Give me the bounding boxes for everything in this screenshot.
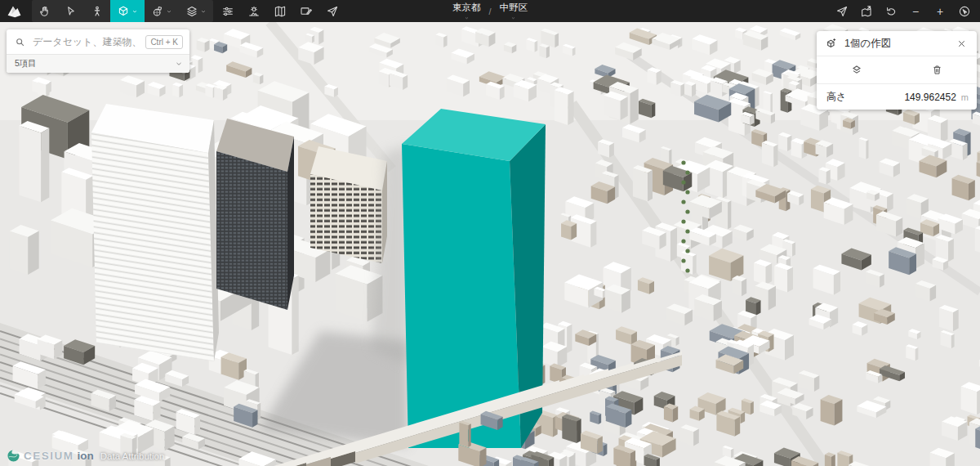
undo-icon xyxy=(884,5,898,18)
chevron-down-icon xyxy=(200,8,207,15)
topbar: 東京都 / 中野区 − + xyxy=(0,0,980,22)
compass-icon xyxy=(958,5,971,18)
story-edit-icon xyxy=(300,5,313,18)
height-property-row: 高さ m xyxy=(817,84,977,110)
height-label: 高さ xyxy=(826,90,898,104)
height-value-input[interactable] xyxy=(898,91,958,104)
layers-tool-button[interactable] xyxy=(179,0,213,22)
plateau-logo-icon xyxy=(7,5,22,18)
sketch-actions xyxy=(817,56,977,84)
search-row: Ctrl + K xyxy=(7,29,189,54)
search-card: Ctrl + K 5項目 xyxy=(7,29,189,73)
undo-view-button[interactable] xyxy=(879,0,903,22)
map-scene-button[interactable] xyxy=(267,0,293,22)
city-label: 中野区 xyxy=(500,3,528,13)
search-icon xyxy=(15,37,25,47)
close-panel-button[interactable] xyxy=(955,37,969,51)
cesium-ion-link[interactable]: CESIUM ion xyxy=(7,449,94,463)
paper-plane-icon xyxy=(835,5,849,18)
tool-group xyxy=(32,0,213,22)
dataset-items-expander[interactable]: 5項目 xyxy=(7,54,189,73)
toolbar-extras xyxy=(215,0,345,22)
map-book-icon xyxy=(274,5,287,18)
cesium-globe-icon xyxy=(7,449,20,463)
app-logo[interactable] xyxy=(0,0,28,22)
chevron-down-icon xyxy=(175,60,183,68)
breadcrumb-separator: / xyxy=(488,7,491,16)
camera-move-button[interactable] xyxy=(854,0,879,22)
sketch-panel-title: 1個の作図 xyxy=(844,37,948,51)
pedestrian-icon xyxy=(91,5,104,18)
shortcut-badge: Ctrl + K xyxy=(145,35,183,49)
prefecture-selector[interactable]: 東京都 xyxy=(452,0,481,23)
share-button[interactable] xyxy=(319,0,345,22)
draw-box-tool-button[interactable] xyxy=(110,0,145,22)
items-summary-label: 5項目 xyxy=(15,58,175,69)
sketch-cube-icon xyxy=(825,37,838,50)
chevron-down-icon xyxy=(464,13,470,23)
delete-sketch-button[interactable] xyxy=(897,56,977,83)
zoom-out-button[interactable]: − xyxy=(903,0,928,22)
hand-tool-button[interactable] xyxy=(32,0,58,22)
globe-sketch-icon xyxy=(151,5,164,18)
cube-icon xyxy=(117,5,130,18)
cesium-ion-text: ion xyxy=(78,450,94,462)
chevron-down-icon xyxy=(131,8,138,15)
paper-plane-icon xyxy=(326,5,339,18)
attribution-bar: CESIUM ion Data Attribution xyxy=(7,449,164,463)
cursor-icon xyxy=(65,5,78,18)
select-tool-button[interactable] xyxy=(58,0,84,22)
story-edit-button[interactable] xyxy=(293,0,319,22)
my-location-button[interactable] xyxy=(830,0,854,22)
chevron-down-icon xyxy=(510,13,516,23)
sketch-panel: 1個の作図 高さ m xyxy=(817,31,977,110)
plateau-view-app: 東京都 / 中野区 − + Ctrl + K 5 xyxy=(0,0,980,466)
height-unit: m xyxy=(961,92,969,102)
extrude-layers-button[interactable] xyxy=(817,56,897,83)
camera-controls: − + xyxy=(830,0,977,22)
cesium-brand-text: CESIUM xyxy=(24,450,74,462)
city-selector[interactable]: 中野区 xyxy=(500,0,528,23)
compass-button[interactable] xyxy=(952,0,977,22)
sketch-panel-header: 1個の作図 xyxy=(817,31,977,56)
settings-sliders-button[interactable] xyxy=(215,0,241,22)
shadow-sun-button[interactable] xyxy=(241,0,267,22)
data-attribution-link[interactable]: Data Attribution xyxy=(100,451,165,461)
layers-icon xyxy=(185,5,198,18)
sliders-icon xyxy=(221,5,234,18)
map-arrow-icon xyxy=(860,5,873,18)
pedestrian-tool-button[interactable] xyxy=(84,0,110,22)
location-breadcrumb: 東京都 / 中野区 xyxy=(452,0,528,22)
search-input[interactable] xyxy=(31,35,140,48)
hand-icon xyxy=(38,5,51,18)
close-icon xyxy=(956,38,967,49)
trash-icon xyxy=(931,64,943,76)
prefecture-label: 東京都 xyxy=(452,3,481,13)
diamond-layers-icon xyxy=(850,64,863,77)
zoom-in-button[interactable]: + xyxy=(928,0,952,22)
chevron-down-icon xyxy=(166,8,172,15)
sun-icon xyxy=(247,5,261,18)
sketch-tool-button[interactable] xyxy=(145,0,179,22)
